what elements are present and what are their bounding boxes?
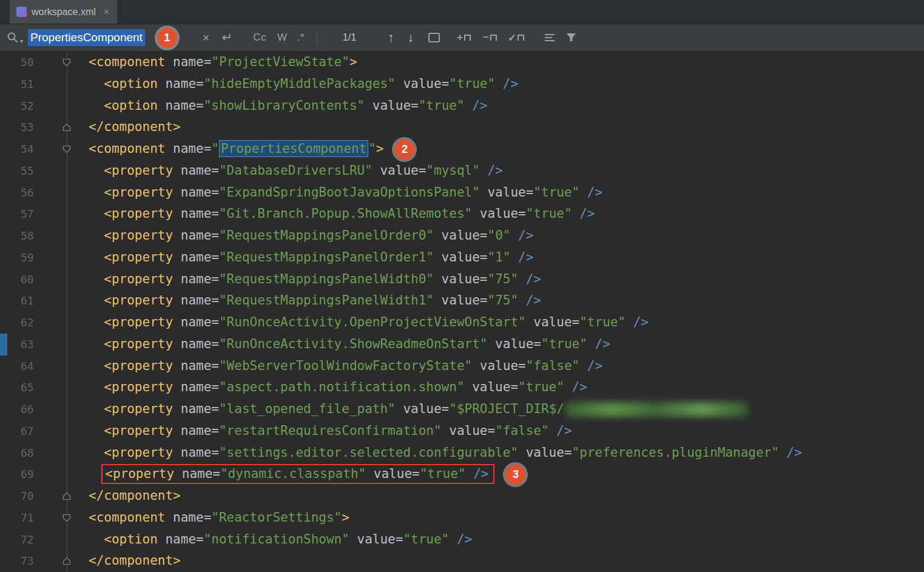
previous-occurrence-button[interactable]: ↑ (388, 30, 394, 45)
code-line[interactable]: 56 <property name="ExpandSpringBootJavaO… (0, 182, 924, 204)
line-number[interactable]: 65 (7, 377, 45, 399)
line-number[interactable]: 56 (7, 182, 45, 204)
code-line[interactable]: 73</component> (0, 550, 924, 572)
code-line[interactable]: 70</component> (0, 485, 924, 507)
code-text: <property name="RequestMappingsPanelOrde… (89, 247, 533, 269)
fold-gutter[interactable] (45, 485, 89, 507)
fold-gutter (45, 355, 89, 377)
line-number[interactable]: 52 (7, 95, 45, 117)
line-number[interactable]: 61 (7, 290, 45, 312)
fold-start-icon[interactable] (62, 145, 71, 153)
search-icon[interactable]: ▾ (6, 31, 23, 44)
line-number[interactable]: 60 (7, 269, 45, 291)
code-text: <property name="RequestMappingsPanelWidt… (89, 290, 541, 312)
code-editor[interactable]: 50<component name="ProjectViewState">51 … (0, 52, 924, 572)
line-number[interactable]: 53 (7, 116, 45, 138)
fold-start-icon[interactable] (62, 514, 71, 522)
line-number[interactable]: 51 (7, 73, 45, 95)
code-text: <property name="RunOnceActivity.ShowRead… (89, 334, 610, 355)
fold-end-icon[interactable] (62, 492, 71, 500)
line-number[interactable]: 67 (7, 420, 45, 442)
fold-gutter[interactable] (45, 507, 89, 529)
code-line[interactable]: 50<component name="ProjectViewState"> (0, 52, 924, 73)
code-line[interactable]: 60 <property name="RequestMappingsPanelW… (0, 269, 924, 291)
line-number[interactable]: 71 (7, 507, 45, 529)
code-line[interactable]: 55 <property name="DatabaseDriversLRU" v… (0, 160, 924, 182)
fold-guide-line (67, 420, 67, 442)
sort-lines-icon[interactable] (545, 34, 555, 41)
tab-workspace-xml[interactable]: workspace.xml × (10, 0, 117, 24)
line-number[interactable]: 66 (7, 399, 45, 420)
fold-gutter (45, 399, 89, 420)
code-line[interactable]: 66 <property name="last_opened_file_path… (0, 399, 924, 420)
new-line-icon[interactable]: ↵ (222, 30, 233, 45)
code-line[interactable]: 67 <property name="restartRequiresConfir… (0, 420, 924, 442)
code-line[interactable]: 68 <property name="settings.editor.selec… (0, 442, 924, 464)
line-number[interactable]: 68 (7, 442, 45, 464)
code-line[interactable]: 51 <option name="hideEmptyMiddlePackages… (0, 73, 924, 95)
line-number[interactable]: 54 (7, 138, 45, 160)
fold-gutter (45, 529, 89, 551)
annotation-badge-3: 3 (505, 465, 525, 485)
match-case-toggle[interactable]: Cc (253, 32, 266, 44)
code-line[interactable]: 69 <property name="dynamic.classpath" va… (0, 463, 924, 485)
fold-gutter[interactable] (45, 138, 89, 160)
code-line[interactable]: 54<component name="PropertiesComponent">… (0, 138, 924, 160)
code-line[interactable]: 71<component name="ReactorSettings"> (0, 507, 924, 529)
line-number[interactable]: 55 (7, 160, 45, 182)
search-result-count: 1/1 (343, 32, 356, 43)
code-line[interactable]: 72 <option name="notificationShown" valu… (0, 529, 924, 551)
code-line[interactable]: 62 <property name="RunOnceActivity.OpenP… (0, 312, 924, 334)
line-number[interactable]: 73 (7, 550, 45, 572)
line-number[interactable]: 57 (7, 203, 45, 225)
fold-gutter[interactable] (45, 52, 89, 73)
code-line[interactable]: 53</component> (0, 116, 924, 138)
whole-words-toggle[interactable]: W (277, 32, 288, 44)
code-line[interactable]: 57 <property name="Git.Branch.Popup.Show… (0, 203, 924, 225)
code-text: <property name="last_opened_file_path" v… (89, 399, 747, 420)
line-number[interactable]: 63 (7, 334, 45, 355)
code-line[interactable]: 63 <property name="RunOnceActivity.ShowR… (0, 334, 924, 355)
search-input[interactable]: PropertiesComponent (28, 29, 145, 46)
line-number[interactable]: 58 (7, 225, 45, 247)
code-text: <property name="Git.Branch.Popup.ShowAll… (89, 203, 595, 225)
edge-gutter (0, 290, 7, 312)
fold-gutter[interactable] (45, 550, 89, 572)
code-line[interactable]: 64 <property name="WebServerToolWindowFa… (0, 355, 924, 377)
next-occurrence-button[interactable]: ↓ (408, 30, 414, 45)
open-results-icon[interactable] (428, 33, 440, 42)
code-line[interactable]: 61 <property name="RequestMappingsPanelW… (0, 290, 924, 312)
line-number[interactable]: 69 (7, 463, 45, 485)
regex-toggle[interactable]: .* (297, 32, 304, 44)
edge-gutter (0, 52, 7, 73)
filter-icon[interactable] (567, 33, 576, 42)
fold-guide-line (67, 529, 67, 551)
code-line[interactable]: 65 <property name="aspect.path.notificat… (0, 377, 924, 399)
line-number[interactable]: 62 (7, 312, 45, 334)
xml-file-icon (16, 7, 27, 17)
search-match-highlight: PropertiesComponent (219, 140, 368, 157)
fold-end-icon[interactable] (62, 123, 71, 132)
code-line[interactable]: 58 <property name="RequestMappingsPanelO… (0, 225, 924, 247)
add-occurrence-icon[interactable]: + (457, 32, 471, 44)
line-number[interactable]: 50 (7, 52, 45, 73)
code-text: <property name="RunOnceActivity.OpenProj… (89, 312, 649, 334)
select-all-occurrences-icon[interactable]: ✓ (508, 32, 524, 44)
clear-search-icon[interactable]: × (203, 31, 210, 45)
fold-end-icon[interactable] (62, 557, 71, 565)
selection-cap-icon (518, 35, 524, 41)
line-number[interactable]: 64 (7, 355, 45, 377)
line-number[interactable]: 59 (7, 247, 45, 269)
line-number[interactable]: 70 (7, 485, 45, 507)
code-line[interactable]: 59 <property name="RequestMappingsPanelO… (0, 247, 924, 269)
remove-occurrence-icon[interactable]: − (483, 32, 497, 44)
fold-start-icon[interactable] (62, 58, 71, 67)
edge-gutter (0, 312, 7, 334)
line-number[interactable]: 72 (7, 529, 45, 551)
fold-gutter (45, 334, 89, 355)
fold-gutter (45, 312, 89, 334)
fold-gutter[interactable] (45, 116, 89, 138)
tab-close-icon[interactable]: × (104, 7, 109, 18)
edge-gutter (0, 485, 7, 507)
code-line[interactable]: 52 <option name="showLibraryContents" va… (0, 95, 924, 117)
